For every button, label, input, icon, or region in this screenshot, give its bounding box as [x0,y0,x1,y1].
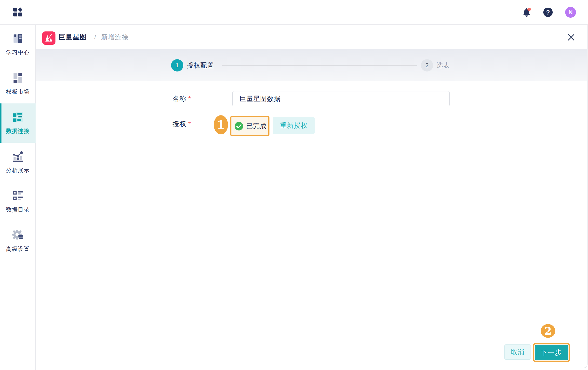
sidebar-item-label: 学习中心 [6,49,30,56]
breadcrumb-separator: / [94,25,96,49]
sidebar-item-template-market[interactable]: 模板市场 [0,64,36,103]
sidebar-item-data-connection[interactable]: 数据连接 [0,103,36,143]
close-icon[interactable] [567,33,575,42]
sidebar-item-label: 数据目录 [6,206,30,213]
sidebar-item-label: 数据连接 [6,127,30,135]
help-icon[interactable]: ? [543,8,553,17]
user-avatar[interactable]: N [565,7,576,18]
connection-name-input[interactable] [232,91,450,106]
new-connection-dialog: 巨量星图 / 新增连接 1 授权配置 2 选表 名称* 授权* 1 [36,25,588,368]
required-asterisk: * [188,95,191,102]
dialog-header: 巨量星图 / 新增连接 [36,25,587,49]
sidebar-item-label: 模板市场 [6,88,30,96]
notification-bell-icon[interactable] [522,7,532,18]
auth-status-button[interactable]: 已完成 [230,116,269,136]
advanced-settings-gear-icon [12,229,24,242]
data-connection-flow-icon [12,112,24,124]
app-root: ? N 学习中心 [0,0,588,370]
auth-status-text: 已完成 [246,122,267,130]
app-grid-logo-icon[interactable] [13,7,23,17]
sidebar-item-analysis-display[interactable]: 分析展示 [0,143,36,182]
auth-field-label: 授权* [173,116,191,132]
required-asterisk: * [188,120,191,128]
sidebar-nav: 学习中心 模板市场 [0,25,36,370]
annotation-badge-1: 1 [214,115,228,134]
step-connector-line [222,65,417,66]
reauthorize-button[interactable]: 重新授权 [273,117,315,134]
sidebar-item-label: 高级设置 [6,245,30,253]
sidebar-item-learning-center[interactable]: 学习中心 [0,25,36,64]
auth-label-text: 授权 [173,120,186,128]
name-label-text: 名称 [173,95,186,102]
juliang-xingtu-logo-icon [42,31,55,45]
connector-title: 巨量星图 [58,25,87,49]
step-indicator: 1 授权配置 2 选表 [36,49,587,81]
next-button-highlight-frame: 下一步 [533,343,570,362]
step-2-label: 选表 [436,59,450,71]
template-market-grid-icon [12,72,24,85]
next-button[interactable]: 下一步 [535,345,568,360]
step-2-circle: 2 [421,59,433,71]
sidebar-item-data-catalog[interactable]: 数据目录 [0,182,36,221]
sidebar-item-advanced-settings[interactable]: 高级设置 [0,221,36,261]
success-check-icon [235,122,243,130]
analysis-chart-icon [12,151,24,163]
annotation-badge-2: 2 [541,324,555,338]
step-1-circle: 1 [171,59,183,71]
sidebar-item-label: 分析展示 [6,167,30,174]
topbar-divider [28,9,28,16]
breadcrumb-page-title: 新增连接 [101,25,129,49]
step-1-label: 授权配置 [187,59,214,71]
data-catalog-list-icon [12,190,24,202]
name-field-label: 名称* [173,91,191,106]
top-bar: ? N [0,0,588,25]
learning-center-book-icon [12,33,24,45]
cancel-button[interactable]: 取消 [504,344,531,360]
